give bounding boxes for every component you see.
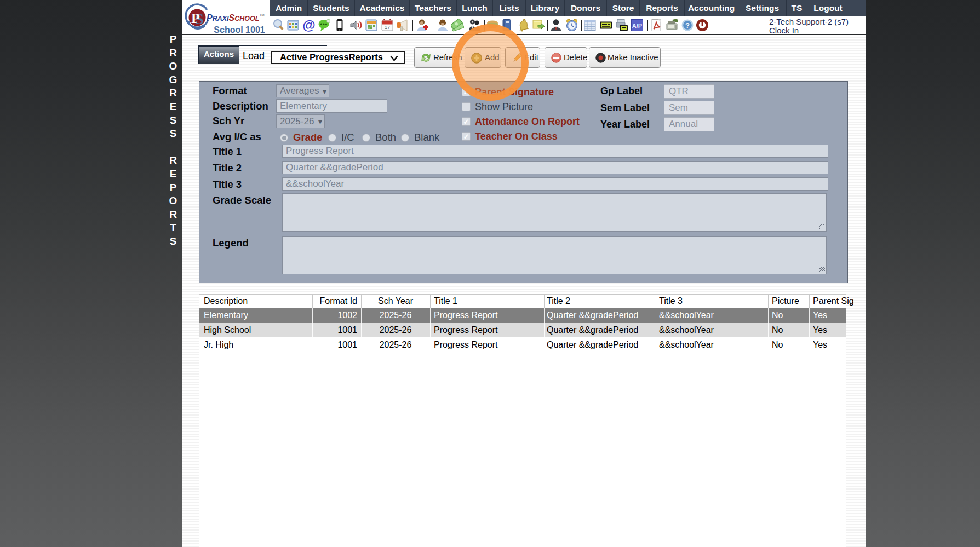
svg-text:?: ? [685, 21, 690, 30]
svg-text:A/P: A/P [632, 22, 642, 29]
svg-text:17: 17 [385, 25, 390, 30]
svg-text:P: P [191, 10, 200, 26]
svg-text:@: @ [302, 19, 315, 32]
